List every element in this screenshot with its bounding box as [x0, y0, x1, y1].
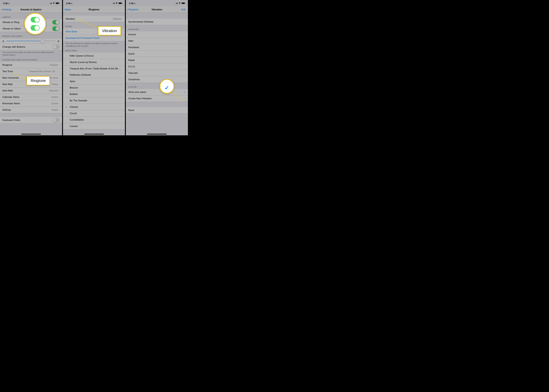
label: Synchronized (Default) — [128, 21, 186, 23]
toggle-change-buttons[interactable] — [52, 45, 60, 49]
toggle-vibrate-silent[interactable] — [52, 26, 60, 31]
row-create-new-vibration[interactable]: Create New Vibration › — [126, 95, 188, 102]
wifi-icon — [115, 2, 118, 5]
ringtone-item[interactable]: Apex — [63, 78, 125, 84]
label: Symphony — [128, 78, 186, 81]
vibration-item[interactable]: Rapid — [126, 57, 188, 63]
chevron-right-icon: › — [122, 17, 123, 21]
label: Staccato — [128, 72, 186, 75]
label: Chimes — [70, 105, 123, 109]
callout-ringtone: Ringtone — [27, 76, 50, 85]
label: S.O.S. — [128, 65, 186, 68]
edit-button[interactable]: Edit — [181, 8, 187, 11]
home-indicator[interactable] — [147, 134, 167, 134]
vibration-item[interactable]: Accent — [126, 31, 188, 38]
ringtone-item[interactable]: Cosmic — [63, 123, 125, 129]
row-calendar-alerts[interactable]: Calendar AlertsChord› — [0, 94, 62, 100]
label: Vibration — [65, 17, 113, 21]
svg-rect-1 — [56, 3, 59, 4]
ringtone-item[interactable]: Bulletin — [63, 91, 125, 98]
chevron-right-icon: › — [59, 63, 60, 67]
status-bar: 2:38 ➤ •ıl — [63, 0, 125, 7]
row-vibration[interactable]: Vibration Default › — [63, 16, 125, 22]
label: Heartbeat — [128, 46, 186, 49]
section-header-ringtones: RINGTONES — [63, 48, 125, 53]
back-button[interactable]: ‹ Ringtone — [127, 8, 138, 11]
label: Rapid — [128, 59, 186, 62]
label: Apex — [70, 80, 123, 83]
ringer-volume-slider[interactable] — [6, 41, 56, 41]
label: Quick — [128, 52, 186, 55]
row-text-tone[interactable]: Text ToneTreasure Box (From "Zelda Breat… — [0, 68, 62, 75]
vibration-item[interactable]: S.O.S. — [126, 63, 188, 70]
row-reminder-alerts[interactable]: Reminder AlertsChord› — [0, 100, 62, 107]
svg-rect-2 — [59, 3, 59, 3]
status-time: 2:38 ➤ — [66, 2, 72, 5]
row-none[interactable]: None — [126, 107, 188, 113]
label: Download All Purchased Tones — [65, 37, 123, 40]
nav-bar: ‹ Back Ringtone — [63, 7, 125, 13]
label: Bulletin — [70, 93, 123, 96]
vibration-item[interactable]: Heartbeat — [126, 44, 188, 51]
svg-rect-7 — [122, 3, 122, 3]
label: Cosmic — [70, 125, 123, 128]
back-button[interactable]: ‹ Settings — [1, 8, 12, 11]
row-airdrop[interactable]: AirDropPulse› — [0, 107, 62, 113]
back-button[interactable]: ‹ Back — [64, 8, 71, 11]
value: Chord — [51, 96, 58, 98]
status-right: •ıl — [50, 2, 59, 5]
chevron-right-icon: › — [59, 95, 60, 99]
ringtone-item[interactable]: Killer Queen (Chorus) — [63, 53, 125, 59]
status-time: 2:38 ➤ — [3, 2, 9, 5]
screen-vibration: 2:38 ➤ •ıl ‹ Ringtone Vibration Edit Syn… — [126, 0, 189, 135]
home-indicator[interactable] — [84, 134, 104, 134]
ringtone-item[interactable]: Constellation — [63, 117, 125, 123]
label: Keyboard Clicks — [2, 119, 52, 122]
ringtone-item[interactable]: Treasure Box (From "Zelda Breath of the … — [63, 65, 125, 72]
label: Text Tone — [2, 70, 29, 73]
ringtone-item[interactable]: Skyrim (Level up Remix) — [63, 59, 125, 65]
row-synchronized[interactable]: Synchronized (Default) — [126, 19, 188, 25]
label: Create New Vibration — [128, 97, 185, 100]
row-download-tones[interactable]: Download All Purchased Tones — [63, 35, 125, 41]
location-arrow-icon: ➤ — [71, 3, 72, 4]
nav-bar: ‹ Ringtone Vibration Edit — [126, 7, 188, 13]
row-custom-selected[interactable]: Short and sweet ✓ — [126, 89, 188, 95]
checkmark-icon: ✓ — [183, 91, 186, 94]
value: Treasure Box (From "Zelda Breath… — [29, 70, 58, 73]
ringtone-item[interactable]: By The Seaside — [63, 98, 125, 104]
toggle-vibrate-ring[interactable] — [52, 20, 60, 25]
home-indicator[interactable] — [21, 134, 41, 134]
ringtone-item-selected[interactable]: ✓Chimes — [63, 104, 125, 110]
callout-vibration: Vibration — [98, 26, 121, 35]
label: Alert — [128, 40, 186, 42]
label: By The Seaside — [70, 99, 123, 102]
value: Pulse — [52, 109, 58, 112]
vibration-item[interactable]: Alert — [126, 38, 188, 44]
toggle-keyboard-clicks[interactable] — [52, 118, 60, 122]
row-keyboard-clicks[interactable]: Keyboard Clicks — [0, 117, 62, 123]
back-label: Ringtone — [128, 8, 138, 11]
vibration-item[interactable]: Quick — [126, 51, 188, 57]
screen-ringtone: 2:38 ➤ •ıl ‹ Back Ringtone Vibration Def… — [63, 0, 126, 135]
section-header-standard: STANDARD — [126, 25, 188, 31]
vibration-item[interactable]: Staccato — [126, 70, 188, 76]
value: Default — [113, 17, 121, 21]
ringtone-item[interactable]: Beacon — [63, 84, 125, 91]
vibration-item[interactable]: Symphony — [126, 76, 188, 83]
value: Chord — [51, 102, 58, 105]
row-sent-mail[interactable]: Sent MailSwoosh› — [0, 87, 62, 94]
row-change-with-buttons[interactable]: Change with Buttons — [0, 44, 62, 50]
location-arrow-icon: ➤ — [8, 3, 9, 4]
ringtone-item[interactable]: Reflection (Default) — [63, 72, 125, 78]
label: Sent Mail — [2, 89, 49, 92]
ringtone-item[interactable]: Circuit — [63, 110, 125, 117]
section-header-custom: CUSTOM — [126, 83, 188, 89]
nav-bar: ‹ Settings Sounds & Haptics — [0, 7, 62, 13]
label: Accent — [128, 33, 186, 36]
label: Reminder Alerts — [2, 102, 51, 105]
row-ringtone[interactable]: RingtoneChimes› — [0, 62, 62, 68]
label: None — [128, 109, 186, 112]
label: Constellation — [70, 119, 123, 121]
nav-title: Ringtone — [63, 8, 125, 11]
